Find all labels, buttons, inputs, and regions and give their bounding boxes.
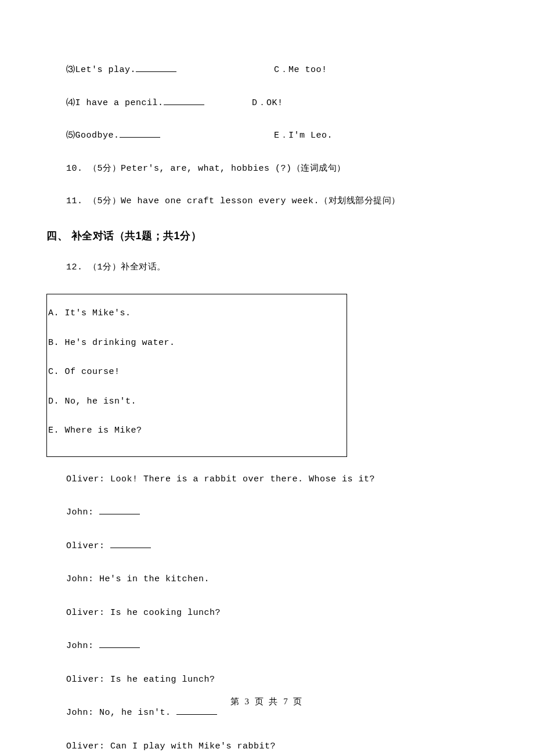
dialog-line-8-text: John: No, he isn't. — [66, 708, 176, 718]
question-11: 11. （5分）We have one craft lesson every w… — [66, 195, 488, 208]
q11-num: 11. — [66, 196, 83, 206]
match-3-answer: Me too! — [288, 65, 327, 75]
match-3-prefix: ⑶ — [66, 65, 75, 75]
match-5-text: Goodbye. — [75, 131, 120, 141]
dialog-line-6-text: John: — [66, 641, 99, 651]
match-5-label: E． — [274, 131, 288, 141]
match-4-answer: OK! — [266, 98, 283, 108]
match-3-label: C． — [274, 65, 288, 75]
dialog-blank-1[interactable] — [99, 514, 140, 514]
blank-4[interactable] — [164, 105, 204, 105]
q11-points: （5分） — [88, 196, 121, 206]
dialog-line-3-text: Oliver: — [66, 541, 110, 551]
dialog-blank-3[interactable] — [99, 647, 140, 648]
option-b: B. He's drinking water. — [47, 337, 347, 350]
q12-num: 12. — [66, 262, 83, 272]
match-4-prefix: ⑷ — [66, 98, 75, 108]
blank-5[interactable] — [120, 137, 160, 138]
option-a: A. It's Mike's. — [47, 307, 347, 321]
match-row-5: ⑸Goodbye. E．I'm Leo. — [66, 129, 488, 143]
option-c: C. Of course! — [47, 366, 347, 379]
match-5-answer: I'm Leo. — [288, 131, 333, 141]
page-footer: 第 3 页 共 7 页 — [0, 695, 534, 708]
dialog-line-6: John: — [66, 640, 488, 653]
q12-points: （1分） — [88, 262, 121, 272]
dialog-line-8: John: No, he isn't. — [66, 707, 488, 720]
dialog-line-7: Oliver: Is he eating lunch? — [66, 674, 488, 687]
question-12: 12. （1分）补全对话。 — [66, 261, 488, 275]
match-3-text: Let's play. — [75, 65, 136, 75]
dialog-line-5: Oliver: Is he cooking lunch? — [66, 607, 488, 620]
q10-points: （5分） — [88, 164, 121, 174]
dialog-line-4: John: He's in the kitchen. — [66, 573, 488, 586]
dialog-line-1: Oliver: Look! There is a rabbit over the… — [66, 473, 488, 487]
q11-text: We have one craft lesson every week.（对划线… — [121, 196, 400, 206]
dialog-line-9: Oliver: Can I play with Mike's rabbit? — [66, 740, 488, 754]
q12-text: 补全对话。 — [121, 262, 166, 272]
q10-num: 10. — [66, 164, 83, 174]
match-4-text: I have a pencil. — [75, 98, 164, 108]
dialog-line-2-text: John: — [66, 507, 99, 517]
dialog-blank-2[interactable] — [110, 548, 151, 548]
section-4-heading: 四、 补全对话（共1题；共1分） — [46, 228, 488, 244]
option-box: A. It's Mike's. B. He's drinking water. … — [46, 294, 347, 457]
q10-text: Peter's, are, what, hobbies (?)（连词成句） — [121, 164, 346, 174]
match-row-4: ⑷I have a pencil. D．OK! — [66, 97, 488, 110]
match-5-prefix: ⑸ — [66, 131, 75, 141]
match-4-label: D． — [252, 98, 266, 108]
option-d: D. No, he isn't. — [47, 395, 347, 409]
dialog-line-3: Oliver: — [66, 540, 488, 553]
question-10: 10. （5分）Peter's, are, what, hobbies (?)（… — [66, 163, 488, 176]
dialog-line-2: John: — [66, 506, 488, 520]
option-e: E. Where is Mike? — [47, 424, 347, 438]
match-row-3: ⑶Let's play. C．Me too! — [66, 64, 488, 77]
blank-3[interactable] — [136, 71, 176, 72]
dialog-blank-4[interactable] — [176, 714, 217, 715]
